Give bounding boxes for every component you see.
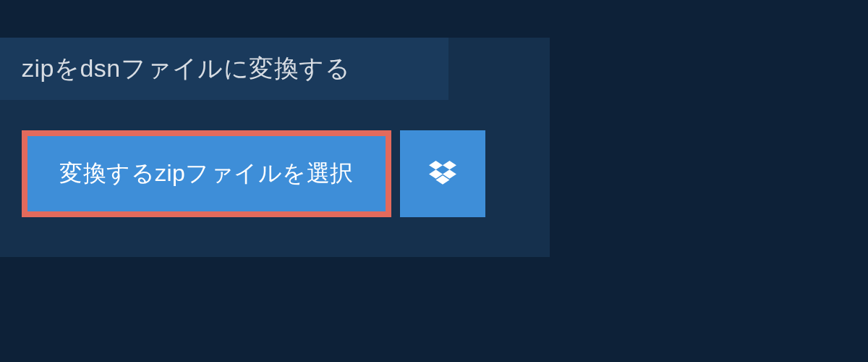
select-file-button[interactable]: 変換するzipファイルを選択 — [22, 130, 391, 217]
select-file-label: 変換するzipファイルを選択 — [59, 158, 354, 190]
converter-panel: zipをdsnファイルに変換する 変換するzipファイルを選択 — [0, 38, 550, 257]
dropbox-button[interactable] — [400, 130, 485, 217]
button-row: 変換するzipファイルを選択 — [0, 100, 550, 217]
dropbox-icon — [429, 161, 456, 187]
page-title: zipをdsnファイルに変換する — [22, 54, 350, 82]
title-bar: zipをdsnファイルに変換する — [0, 38, 448, 100]
